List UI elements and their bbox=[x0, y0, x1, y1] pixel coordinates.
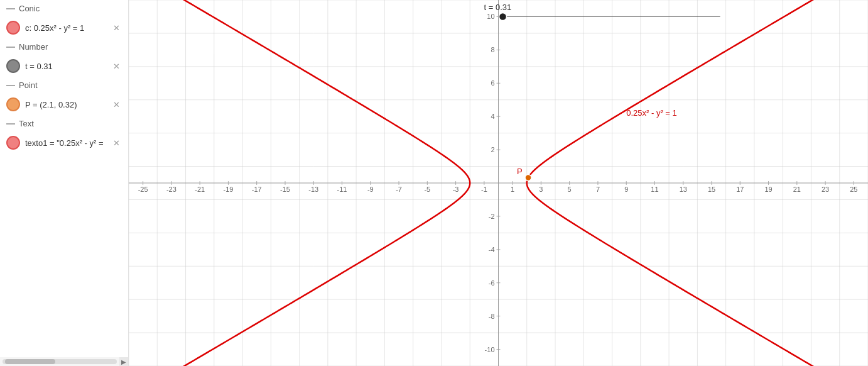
point-color-swatch[interactable] bbox=[6, 97, 20, 111]
sidebar: Conic c: 0.25x² - y² = 1 ✕ Number t = 0.… bbox=[0, 0, 129, 366]
section-label-conic: Conic bbox=[19, 4, 122, 13]
section-label-point: Point bbox=[19, 80, 122, 90]
number-color-swatch[interactable] bbox=[6, 59, 20, 73]
list-item: c: 0.25x² - y² = 1 ✕ bbox=[0, 17, 128, 38]
section-header-number[interactable]: Number bbox=[0, 38, 128, 55]
scrollbar-thumb[interactable] bbox=[5, 359, 55, 364]
section-label-text: Text bbox=[19, 119, 122, 128]
number-t-text[interactable]: t = 0.31 bbox=[25, 62, 106, 71]
text-color-swatch[interactable] bbox=[6, 136, 20, 150]
list-item: t = 0.31 ✕ bbox=[0, 55, 128, 77]
section-collapse-point bbox=[6, 85, 15, 86]
close-number-button[interactable]: ✕ bbox=[111, 60, 122, 72]
conic-color-swatch[interactable] bbox=[6, 21, 20, 35]
sidebar-scrollbar[interactable]: ▶ bbox=[0, 357, 128, 366]
section-header-text[interactable]: Text bbox=[0, 115, 128, 132]
section-label-number: Number bbox=[19, 42, 122, 52]
section-collapse-number bbox=[6, 47, 15, 48]
sidebar-expand-arrow[interactable]: ▶ bbox=[119, 357, 128, 366]
section-collapse-text bbox=[6, 123, 15, 125]
conic-equation-text[interactable]: c: 0.25x² - y² = 1 bbox=[25, 23, 106, 33]
scrollbar-track[interactable] bbox=[3, 359, 117, 364]
close-conic-button[interactable]: ✕ bbox=[111, 22, 122, 33]
graph-canvas bbox=[129, 0, 868, 366]
list-item: texto1 = "0.25x² - y² = ✕ bbox=[0, 132, 128, 153]
list-item: P = (2.1, 0.32) ✕ bbox=[0, 94, 128, 115]
text-texto1-text[interactable]: texto1 = "0.25x² - y² = bbox=[25, 138, 106, 148]
section-header-point[interactable]: Point bbox=[0, 77, 128, 94]
close-point-button[interactable]: ✕ bbox=[111, 99, 122, 110]
close-text-button[interactable]: ✕ bbox=[111, 137, 122, 148]
section-collapse-conic bbox=[6, 8, 15, 9]
section-header-conic[interactable]: Conic bbox=[0, 0, 128, 17]
point-p-text[interactable]: P = (2.1, 0.32) bbox=[25, 100, 106, 109]
graph-area[interactable]: t = 0.31 0.25x² - y² = 1 P bbox=[129, 0, 868, 366]
